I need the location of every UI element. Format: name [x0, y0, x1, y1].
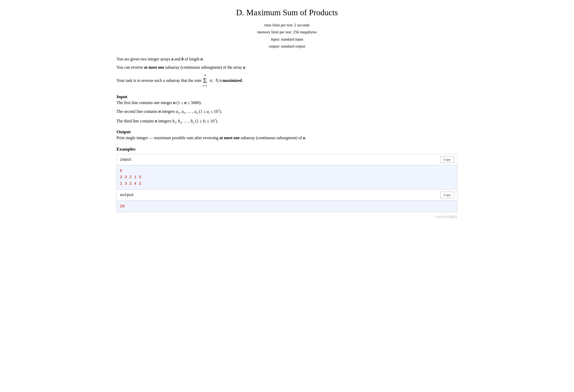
- p1-n: n: [200, 57, 203, 61]
- p1-b: b: [182, 57, 184, 61]
- input-para-3: The third line contains n integers b1, b…: [117, 118, 457, 124]
- output-bold: at most one: [220, 136, 240, 140]
- output-copy-button[interactable]: Copy: [440, 192, 454, 198]
- paragraph-1: You are given two integer arrays a and b…: [117, 57, 457, 61]
- output-rest: subarray (continuous subsegment) of: [240, 136, 303, 140]
- input-line-3: 1 3 2 4 2: [120, 181, 454, 187]
- input-line-2: 2 3 2 1 3: [120, 174, 454, 180]
- p1-end: .: [203, 57, 204, 61]
- output-label: output: [120, 193, 134, 197]
- p2-start: You can reverse: [117, 65, 144, 69]
- output-example-content: 29: [117, 201, 457, 212]
- sigma-notation: n Σ i=1: [203, 73, 207, 88]
- memory-limit: memory limit per test: 256 megabytes: [117, 28, 457, 35]
- output-a: a: [303, 136, 305, 140]
- output-type: output: standard output: [117, 43, 457, 50]
- input-p1-rest: (1 ≤: [175, 100, 184, 105]
- input-p1-end: ≤ 5000).: [187, 100, 201, 105]
- input-para-1: The first line contains one integer n (1…: [117, 100, 457, 105]
- input-p1-start: The first line contains one integer: [117, 100, 173, 105]
- input-example-content: 5 2 3 2 1 3 1 3 2 4 2: [117, 165, 457, 189]
- input-para-2: The second line contains n integers a1, …: [117, 109, 457, 115]
- input-label: input: [120, 157, 132, 162]
- examples-section: Examples input Copy 5 2 3 2 1 3 1 3 2 4 …: [117, 146, 457, 212]
- input-copy-button[interactable]: Copy: [440, 156, 454, 163]
- sigma-symbol: Σ: [203, 77, 207, 84]
- output-line-1: 29: [120, 203, 454, 209]
- output-example-header: output Copy: [117, 190, 457, 201]
- meta-info: time limit per test: 2 seconds memory li…: [117, 21, 457, 50]
- p1-and: and: [174, 57, 182, 61]
- output-para: Print single integer — maximum possible …: [117, 136, 457, 140]
- input-p3-start: The third line contains: [117, 119, 155, 123]
- p2-dot: .: [245, 65, 246, 69]
- p3-start: Your task is to reverse such a subarray …: [117, 78, 201, 83]
- input-header: Input: [117, 94, 457, 99]
- examples-title: Examples: [117, 146, 457, 152]
- p2-a: a: [243, 65, 245, 69]
- footer-note: CSDN @力扣题之: [117, 215, 457, 219]
- input-example-header: input Copy: [117, 154, 457, 165]
- p2-bold: at most one: [144, 65, 164, 69]
- input-p3-rest: integers b1, b2, … , bn (1 ≤ bi ≤ 107).: [157, 119, 218, 123]
- p1-a: a: [172, 57, 174, 61]
- p3-end: .: [242, 78, 243, 83]
- input-line-1: 5: [120, 168, 454, 174]
- output-header: Output: [117, 129, 457, 135]
- p3-formula: ai · bi: [210, 78, 219, 83]
- input-p2-n: n: [159, 109, 161, 114]
- input-p2-rest: integers a1, a2, … , an (1 ≤ ai ≤ 107).: [161, 109, 222, 114]
- paragraph-3: Your task is to reverse such a subarray …: [117, 73, 457, 88]
- p3-bold: maximized: [222, 78, 242, 83]
- p1-rest: of length: [184, 57, 200, 61]
- output-example-block: output Copy 29: [117, 190, 457, 212]
- paragraph-2: You can reverse at most one subarray (co…: [117, 65, 457, 70]
- input-example-block: input Copy 5 2 3 2 1 3 1 3 2 4 2: [117, 154, 457, 190]
- time-limit: time limit per test: 2 seconds: [117, 21, 457, 28]
- p3-is: is: [219, 78, 222, 83]
- input-type: input: standard input: [117, 36, 457, 43]
- output-end: .: [305, 136, 306, 140]
- page-title: D. Maximum Sum of Products: [117, 8, 457, 17]
- input-p2-start: The second line contains: [117, 109, 159, 114]
- p2-rest: subarray (continuous subsegment) of the …: [164, 65, 243, 69]
- output-text-start: Print single integer — maximum possible …: [117, 136, 220, 140]
- sigma-bottom: i=1: [203, 84, 207, 88]
- input-p3-n: n: [155, 119, 157, 123]
- p1-text: You are given two integer arrays: [117, 57, 172, 61]
